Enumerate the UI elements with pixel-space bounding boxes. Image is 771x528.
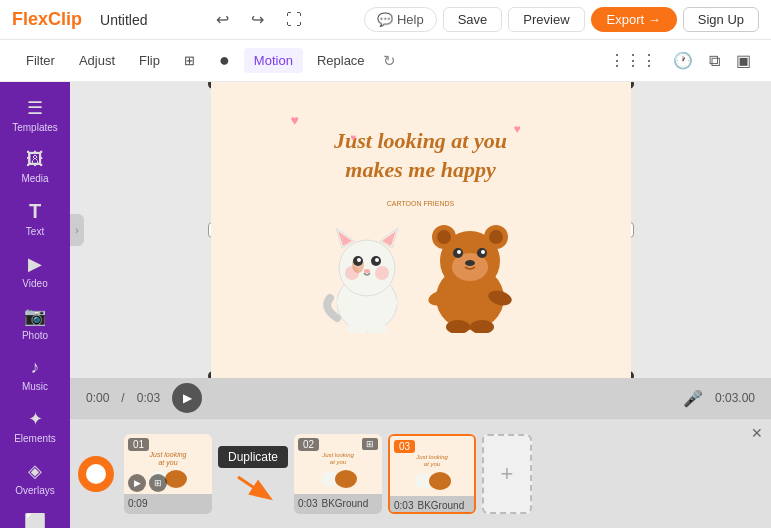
preview-button[interactable]: Preview: [508, 7, 584, 32]
flip-button[interactable]: Flip: [129, 48, 170, 73]
clip-3-label: BKGround: [418, 500, 465, 511]
play-button[interactable]: ▶: [172, 383, 202, 413]
current-time: 0:00: [86, 391, 109, 405]
toolbar-right: ⋮⋮⋮ 🕐 ⧉ ▣: [605, 47, 755, 74]
timeline-clip-3[interactable]: 03 Just looking at you 0:03 BKGround: [388, 434, 476, 514]
clip-1-info: 0:09: [124, 494, 212, 514]
sidebar-item-overlays[interactable]: ◈ Overlays: [4, 453, 66, 503]
svg-point-12: [345, 266, 359, 280]
sidebar-item-media[interactable]: 🖼 Media: [4, 142, 66, 191]
record-button[interactable]: [78, 456, 114, 492]
grid-view-button[interactable]: ⋮⋮⋮: [605, 47, 661, 74]
canvas-container: ♥ ♥ ♥ Just looking at you makes me happy…: [211, 82, 631, 378]
time-separator: /: [121, 391, 124, 405]
motion-button[interactable]: Motion: [244, 48, 303, 73]
svg-point-38: [165, 470, 187, 488]
export-button[interactable]: Export →: [591, 7, 677, 32]
clip-3-number: 03: [394, 440, 415, 453]
clip-1-play[interactable]: ▶: [128, 474, 146, 492]
fullscreen-button[interactable]: ⛶: [280, 7, 308, 33]
replace-button[interactable]: Replace: [307, 48, 375, 73]
app-logo: FlexClip: [12, 9, 82, 30]
duplicate-tooltip: Duplicate: [218, 446, 288, 468]
clip-1-number: 01: [128, 438, 149, 451]
heart-decoration-3: ♥: [513, 122, 520, 136]
overlays-icon: ◈: [28, 460, 42, 482]
svg-point-28: [481, 250, 485, 254]
clip-3-info: 0:03 BKGround: [390, 496, 474, 514]
svg-point-27: [457, 250, 461, 254]
sidebar-item-bkground[interactable]: ⬜ BKGround: [4, 505, 66, 528]
layers-button[interactable]: ⧉: [705, 48, 724, 74]
media-icon: 🖼: [26, 149, 44, 170]
playback-bar: 0:00 / 0:03 ▶ 🎤 0:03.00: [70, 378, 771, 418]
svg-point-11: [364, 269, 370, 273]
svg-point-9: [357, 258, 361, 262]
filter-button[interactable]: Filter: [16, 48, 65, 73]
signup-button[interactable]: Sign Up: [683, 7, 759, 32]
clip-2-label: BKGround: [322, 498, 369, 509]
svg-point-13: [375, 266, 389, 280]
photo-icon: 📷: [24, 305, 46, 327]
add-clip-button[interactable]: +: [482, 434, 532, 514]
record-inner: [86, 464, 106, 484]
top-bar-actions: 💬 Help Save Preview Export → Sign Up: [364, 7, 759, 32]
canvas-text: Just looking at you makes me happy: [334, 127, 507, 184]
tooltip-container: Duplicate: [218, 446, 288, 502]
svg-text:at you: at you: [330, 459, 347, 465]
timeline-clip-1[interactable]: 01 Just looking at you 0:09 ▶ ⊞: [124, 434, 212, 514]
svg-point-29: [465, 260, 475, 266]
svg-point-22: [437, 230, 451, 244]
clip-1-duration: 0:09: [128, 498, 147, 509]
canvas-sub: CARTOON FRIENDS: [387, 200, 454, 207]
timeline-close-button[interactable]: ✕: [751, 425, 763, 441]
crop-button[interactable]: ⊞: [174, 48, 205, 73]
redo-button[interactable]: ↪: [245, 6, 270, 33]
canvas-line2: makes me happy: [345, 157, 495, 182]
help-button[interactable]: 💬 Help: [364, 7, 437, 32]
clip-1-controls: ▶ ⊞: [128, 474, 167, 492]
crop-alt-button[interactable]: ▣: [732, 47, 755, 74]
top-bar: FlexClip Untitled ↩ ↪ ⛶ 💬 Help Save Prev…: [0, 0, 771, 40]
video-icon: ▶: [28, 253, 42, 275]
clip-3-duration: 0:03: [394, 500, 413, 511]
help-label: Help: [397, 12, 424, 27]
save-button[interactable]: Save: [443, 7, 503, 32]
media-label: Media: [21, 173, 48, 184]
help-icon: 💬: [377, 12, 393, 27]
sidebar-item-photo[interactable]: 📷 Photo: [4, 298, 66, 348]
logo-flex: Flex: [12, 9, 48, 29]
sidebar-item-templates[interactable]: ☰ Templates: [4, 90, 66, 140]
sidebar: ☰ Templates 🖼 Media T Text ▶ Video 📷 Pho…: [0, 82, 70, 528]
sidebar-item-elements[interactable]: ✦ Elements: [4, 401, 66, 451]
adjust-button[interactable]: Adjust: [69, 48, 125, 73]
canvas-scene: ♥ ♥ ♥ Just looking at you makes me happy…: [211, 82, 631, 378]
total-time: 0:03: [137, 391, 160, 405]
mic-icon[interactable]: 🎤: [683, 389, 703, 408]
toolbar: Filter Adjust Flip ⊞ ● Motion Replace ↻ …: [0, 40, 771, 82]
rotate-button[interactable]: ↻: [379, 48, 400, 74]
clip-1-edit[interactable]: ⊞: [149, 474, 167, 492]
svg-point-49: [429, 472, 451, 490]
circle-button[interactable]: ●: [209, 45, 240, 76]
text-icon: T: [29, 200, 41, 223]
svg-text:Just looking: Just looking: [149, 451, 187, 459]
timeline-button[interactable]: 🕐: [669, 47, 697, 74]
timeline-clip-2[interactable]: 02 ⊞ Just looking at you 0:03 BKGround: [294, 434, 382, 514]
sidebar-item-text[interactable]: T Text: [4, 193, 66, 244]
sidebar-item-music[interactable]: ♪ Music: [4, 350, 66, 399]
main-layout: ☰ Templates 🖼 Media T Text ▶ Video 📷 Pho…: [0, 82, 771, 528]
collapse-handle[interactable]: ›: [70, 214, 84, 246]
svg-text:at you: at you: [158, 459, 177, 467]
clip-2-badge: ⊞: [362, 438, 378, 450]
bkground-icon: ⬜: [24, 512, 46, 528]
undo-button[interactable]: ↩: [210, 6, 235, 33]
sidebar-item-video[interactable]: ▶ Video: [4, 246, 66, 296]
clip-2-duration: 0:03: [298, 498, 317, 509]
overlays-label: Overlays: [15, 485, 54, 496]
add-clip-icon: +: [501, 461, 514, 487]
document-title: Untitled: [100, 12, 200, 28]
brown-bear: [420, 213, 520, 333]
templates-icon: ☰: [27, 97, 43, 119]
duration-text: 0:03.00: [715, 391, 755, 405]
